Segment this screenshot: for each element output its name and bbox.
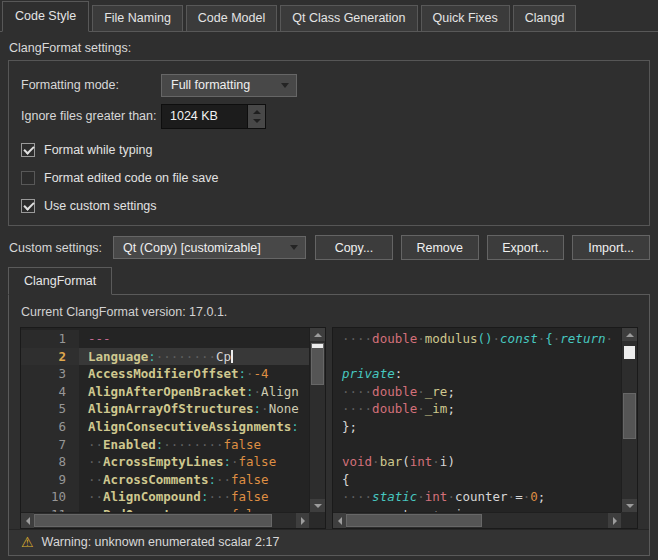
code-line[interactable]: 3AccessModifierOffset:·-4 <box>21 365 309 383</box>
code-token-ws: · <box>261 401 269 416</box>
code-token-plain: Cp <box>216 349 231 364</box>
code-line[interactable]: }; <box>333 418 621 436</box>
code-token-key: AcrossEmptyLines <box>103 454 223 469</box>
line-number: 7 <box>21 436 79 454</box>
code-line[interactable]: 10··AlignCompound:···false <box>21 488 309 506</box>
code-token-plain: { <box>342 472 350 487</box>
scrollbar-track[interactable] <box>310 341 325 499</box>
code-token-key: AlignAfterOpenBracket <box>88 384 246 399</box>
use-custom-settings-label: Use custom settings <box>44 199 157 213</box>
code-preview-editor[interactable]: ····double·modulus()·const·{·return·priv… <box>332 327 638 529</box>
remove-button[interactable]: Remove <box>401 235 479 260</box>
code-token-num: 0 <box>530 489 538 504</box>
config-editor-horizontal-scrollbar[interactable] <box>21 512 309 528</box>
tab-file-naming[interactable]: File Naming <box>92 5 183 31</box>
warning-bar: ⚠ Warning: unknown enumerated scalar 2:1… <box>9 529 649 555</box>
code-token-key: Enabled <box>103 437 156 452</box>
code-preview-content[interactable]: ····double·modulus()·const·{·return·priv… <box>333 328 621 512</box>
code-line[interactable]: 4AlignAfterOpenBracket:·Align <box>21 383 309 401</box>
scroll-left-button[interactable] <box>333 513 346 528</box>
code-line[interactable]: 7··Enabled:········false <box>21 436 309 454</box>
scrollbar-thumb[interactable] <box>34 514 272 527</box>
spin-down-icon[interactable] <box>253 119 261 123</box>
code-token-ws: ···· <box>342 384 372 399</box>
import-button[interactable]: Import... <box>572 235 650 260</box>
code-token-doc: --- <box>88 331 111 346</box>
use-custom-settings-row: Use custom settings <box>21 199 637 213</box>
scroll-up-button[interactable] <box>622 328 637 341</box>
code-token-key: AlignCompound <box>103 489 201 504</box>
code-token-colon: : <box>223 454 231 469</box>
code-token-plain: : <box>395 366 403 381</box>
code-line[interactable]: ····double·modulus()·const·{·return· <box>333 330 621 348</box>
code-line[interactable] <box>333 436 621 454</box>
scroll-left-button[interactable] <box>21 513 34 528</box>
scrollbar-thumb[interactable] <box>311 343 324 385</box>
format-on-save-label: Format edited code on file save <box>44 171 218 185</box>
code-token-str: Align <box>261 384 299 399</box>
scrollbar-track[interactable] <box>346 513 608 528</box>
preview-vertical-scrollbar[interactable] <box>621 328 637 512</box>
config-editor[interactable]: 1---2Language:········Cp3AccessModifierO… <box>20 327 326 529</box>
code-line[interactable]: private: <box>333 365 621 383</box>
format-while-typing-checkbox[interactable] <box>21 143 35 157</box>
format-while-typing-row: Format while typing <box>21 143 637 157</box>
code-line[interactable]: 5AlignArrayOfStructures:·None <box>21 400 309 418</box>
use-custom-settings-checkbox[interactable] <box>21 199 35 213</box>
code-line[interactable]: ····double·_im; <box>333 400 621 418</box>
code-token-plain: ; <box>447 401 455 416</box>
preview-horizontal-scrollbar[interactable] <box>333 512 621 528</box>
scrollbar-thumb[interactable] <box>623 393 636 439</box>
code-token-kw: private <box>342 366 395 381</box>
code-token-type: double <box>372 331 417 346</box>
code-token-kw: const <box>500 331 538 346</box>
format-on-save-checkbox[interactable] <box>21 171 35 185</box>
code-token-kw: static <box>372 489 417 504</box>
code-line[interactable]: ····double·_re; <box>333 383 621 401</box>
code-token-key: AlignConsecutiveAssignments <box>88 419 291 434</box>
scrollbar-thumb[interactable] <box>346 514 482 527</box>
scroll-up-button[interactable] <box>310 328 325 341</box>
code-line[interactable]: 6AlignConsecutiveAssignments: <box>21 418 309 436</box>
tab-clangd[interactable]: Clangd <box>513 5 577 31</box>
code-line[interactable]: void·bar(int·i) <box>333 453 621 471</box>
arrow-left-icon <box>338 517 342 525</box>
config-editor-content[interactable]: 1---2Language:········Cp3AccessModifierO… <box>21 328 309 512</box>
scroll-down-button[interactable] <box>310 499 325 512</box>
spinbox-buttons[interactable] <box>247 105 265 128</box>
scrollbar-track[interactable] <box>34 513 296 528</box>
code-token-fn: modulus <box>425 331 478 346</box>
scrollbar-track[interactable] <box>622 341 637 499</box>
code-token-ws: ········ <box>163 437 223 452</box>
formatting-mode-combobox[interactable]: Full formatting <box>161 74 297 97</box>
spin-up-icon[interactable] <box>253 110 261 114</box>
ignore-files-spinbox[interactable]: 1024 KB <box>161 104 266 129</box>
code-line[interactable]: 8··AcrossEmptyLines:·false <box>21 453 309 471</box>
tab-qt-class-generation[interactable]: Qt Class Generation <box>280 5 417 31</box>
code-token-ws: ·· <box>216 472 231 487</box>
code-line[interactable]: 2Language:········Cp <box>21 348 309 366</box>
code-line[interactable]: 1--- <box>21 330 309 348</box>
chevron-down-icon <box>290 245 298 250</box>
tab-code-model[interactable]: Code Model <box>186 5 277 31</box>
code-line[interactable]: 9··AcrossComments:··false <box>21 471 309 489</box>
tab-clangformat-preview[interactable]: ClangFormat <box>8 267 112 295</box>
config-editor-vertical-scrollbar[interactable] <box>309 328 325 512</box>
tab-quick-fixes[interactable]: Quick Fixes <box>421 5 510 31</box>
export-button[interactable]: Export... <box>487 235 565 260</box>
scroll-right-button[interactable] <box>296 513 309 528</box>
text-cursor <box>231 350 233 363</box>
code-line[interactable] <box>333 348 621 366</box>
scroll-position-marker <box>624 346 635 359</box>
chevron-down-icon <box>281 83 289 88</box>
scroll-down-button[interactable] <box>622 499 637 512</box>
scroll-right-button[interactable] <box>608 513 621 528</box>
copy-button[interactable]: Copy... <box>315 235 393 260</box>
code-line[interactable]: { <box>333 471 621 489</box>
code-token-num: false <box>224 437 262 452</box>
custom-settings-combobox[interactable]: Qt (Copy) [customizable] <box>113 236 306 259</box>
code-line[interactable]: ····static·int·counter·=·0; <box>333 488 621 506</box>
line-number: 9 <box>21 471 79 489</box>
tab-code-style[interactable]: Code Style <box>2 1 89 32</box>
code-token-ws: ··· <box>208 489 231 504</box>
